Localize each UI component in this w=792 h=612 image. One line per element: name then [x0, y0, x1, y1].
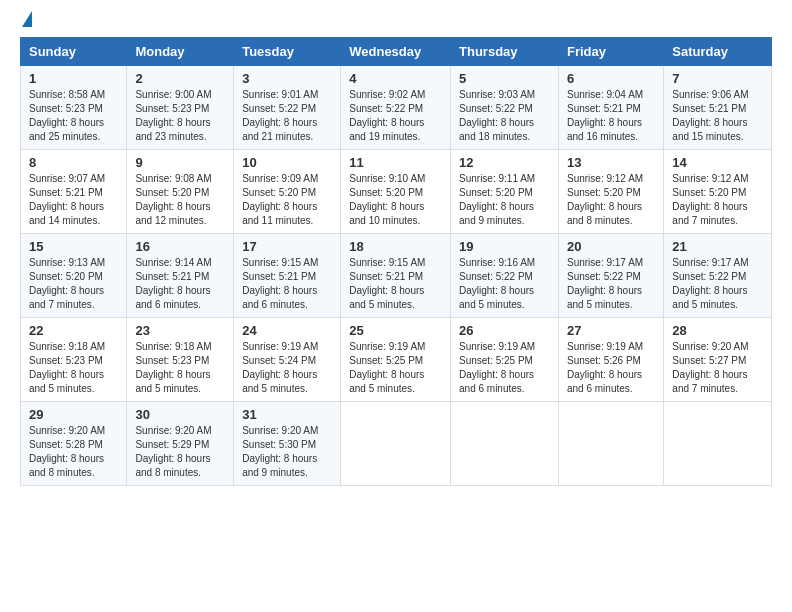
day-cell: 23Sunrise: 9:18 AMSunset: 5:23 PMDayligh… — [127, 318, 234, 402]
day-number: 22 — [29, 323, 118, 338]
day-info: Sunrise: 9:01 AMSunset: 5:22 PMDaylight:… — [242, 88, 332, 144]
day-info: Sunrise: 9:19 AMSunset: 5:24 PMDaylight:… — [242, 340, 332, 396]
day-number: 19 — [459, 239, 550, 254]
header-cell-wednesday: Wednesday — [341, 38, 451, 66]
week-row-3: 15Sunrise: 9:13 AMSunset: 5:20 PMDayligh… — [21, 234, 772, 318]
day-cell: 5Sunrise: 9:03 AMSunset: 5:22 PMDaylight… — [451, 66, 559, 150]
day-number: 2 — [135, 71, 225, 86]
day-info: Sunrise: 9:16 AMSunset: 5:22 PMDaylight:… — [459, 256, 550, 312]
day-number: 5 — [459, 71, 550, 86]
day-info: Sunrise: 9:03 AMSunset: 5:22 PMDaylight:… — [459, 88, 550, 144]
day-info: Sunrise: 9:11 AMSunset: 5:20 PMDaylight:… — [459, 172, 550, 228]
day-number: 28 — [672, 323, 763, 338]
day-cell: 16Sunrise: 9:14 AMSunset: 5:21 PMDayligh… — [127, 234, 234, 318]
day-number: 9 — [135, 155, 225, 170]
day-cell: 12Sunrise: 9:11 AMSunset: 5:20 PMDayligh… — [451, 150, 559, 234]
day-cell: 9Sunrise: 9:08 AMSunset: 5:20 PMDaylight… — [127, 150, 234, 234]
day-cell: 19Sunrise: 9:16 AMSunset: 5:22 PMDayligh… — [451, 234, 559, 318]
day-number: 8 — [29, 155, 118, 170]
header — [20, 15, 772, 27]
day-number: 27 — [567, 323, 655, 338]
day-cell: 18Sunrise: 9:15 AMSunset: 5:21 PMDayligh… — [341, 234, 451, 318]
day-cell — [558, 402, 663, 486]
day-info: Sunrise: 9:12 AMSunset: 5:20 PMDaylight:… — [672, 172, 763, 228]
day-info: Sunrise: 9:02 AMSunset: 5:22 PMDaylight:… — [349, 88, 442, 144]
week-row-2: 8Sunrise: 9:07 AMSunset: 5:21 PMDaylight… — [21, 150, 772, 234]
header-cell-sunday: Sunday — [21, 38, 127, 66]
day-info: Sunrise: 9:09 AMSunset: 5:20 PMDaylight:… — [242, 172, 332, 228]
day-cell: 8Sunrise: 9:07 AMSunset: 5:21 PMDaylight… — [21, 150, 127, 234]
day-info: Sunrise: 9:07 AMSunset: 5:21 PMDaylight:… — [29, 172, 118, 228]
week-row-4: 22Sunrise: 9:18 AMSunset: 5:23 PMDayligh… — [21, 318, 772, 402]
day-cell: 3Sunrise: 9:01 AMSunset: 5:22 PMDaylight… — [234, 66, 341, 150]
day-info: Sunrise: 9:08 AMSunset: 5:20 PMDaylight:… — [135, 172, 225, 228]
day-number: 25 — [349, 323, 442, 338]
day-cell: 20Sunrise: 9:17 AMSunset: 5:22 PMDayligh… — [558, 234, 663, 318]
day-info: Sunrise: 9:13 AMSunset: 5:20 PMDaylight:… — [29, 256, 118, 312]
day-number: 21 — [672, 239, 763, 254]
header-cell-tuesday: Tuesday — [234, 38, 341, 66]
day-number: 12 — [459, 155, 550, 170]
day-cell: 28Sunrise: 9:20 AMSunset: 5:27 PMDayligh… — [664, 318, 772, 402]
day-number: 15 — [29, 239, 118, 254]
logo — [20, 15, 32, 27]
day-number: 1 — [29, 71, 118, 86]
day-cell: 11Sunrise: 9:10 AMSunset: 5:20 PMDayligh… — [341, 150, 451, 234]
day-number: 7 — [672, 71, 763, 86]
day-info: Sunrise: 9:20 AMSunset: 5:27 PMDaylight:… — [672, 340, 763, 396]
day-cell: 22Sunrise: 9:18 AMSunset: 5:23 PMDayligh… — [21, 318, 127, 402]
day-cell: 4Sunrise: 9:02 AMSunset: 5:22 PMDaylight… — [341, 66, 451, 150]
day-info: Sunrise: 9:20 AMSunset: 5:29 PMDaylight:… — [135, 424, 225, 480]
day-number: 31 — [242, 407, 332, 422]
day-cell: 25Sunrise: 9:19 AMSunset: 5:25 PMDayligh… — [341, 318, 451, 402]
day-cell: 10Sunrise: 9:09 AMSunset: 5:20 PMDayligh… — [234, 150, 341, 234]
day-info: Sunrise: 9:18 AMSunset: 5:23 PMDaylight:… — [135, 340, 225, 396]
day-info: Sunrise: 9:15 AMSunset: 5:21 PMDaylight:… — [242, 256, 332, 312]
week-row-1: 1Sunrise: 8:58 AMSunset: 5:23 PMDaylight… — [21, 66, 772, 150]
day-info: Sunrise: 8:58 AMSunset: 5:23 PMDaylight:… — [29, 88, 118, 144]
day-number: 16 — [135, 239, 225, 254]
day-cell: 1Sunrise: 8:58 AMSunset: 5:23 PMDaylight… — [21, 66, 127, 150]
day-number: 4 — [349, 71, 442, 86]
day-cell: 7Sunrise: 9:06 AMSunset: 5:21 PMDaylight… — [664, 66, 772, 150]
day-number: 14 — [672, 155, 763, 170]
day-cell: 6Sunrise: 9:04 AMSunset: 5:21 PMDaylight… — [558, 66, 663, 150]
day-cell — [341, 402, 451, 486]
day-cell: 21Sunrise: 9:17 AMSunset: 5:22 PMDayligh… — [664, 234, 772, 318]
day-info: Sunrise: 9:00 AMSunset: 5:23 PMDaylight:… — [135, 88, 225, 144]
day-cell: 29Sunrise: 9:20 AMSunset: 5:28 PMDayligh… — [21, 402, 127, 486]
day-number: 10 — [242, 155, 332, 170]
day-info: Sunrise: 9:19 AMSunset: 5:25 PMDaylight:… — [459, 340, 550, 396]
day-cell: 14Sunrise: 9:12 AMSunset: 5:20 PMDayligh… — [664, 150, 772, 234]
header-cell-saturday: Saturday — [664, 38, 772, 66]
day-info: Sunrise: 9:19 AMSunset: 5:25 PMDaylight:… — [349, 340, 442, 396]
day-info: Sunrise: 9:18 AMSunset: 5:23 PMDaylight:… — [29, 340, 118, 396]
day-info: Sunrise: 9:04 AMSunset: 5:21 PMDaylight:… — [567, 88, 655, 144]
day-number: 3 — [242, 71, 332, 86]
day-cell: 31Sunrise: 9:20 AMSunset: 5:30 PMDayligh… — [234, 402, 341, 486]
day-cell: 26Sunrise: 9:19 AMSunset: 5:25 PMDayligh… — [451, 318, 559, 402]
day-cell: 2Sunrise: 9:00 AMSunset: 5:23 PMDaylight… — [127, 66, 234, 150]
day-info: Sunrise: 9:17 AMSunset: 5:22 PMDaylight:… — [567, 256, 655, 312]
calendar-table: SundayMondayTuesdayWednesdayThursdayFrid… — [20, 37, 772, 486]
day-cell — [451, 402, 559, 486]
header-row: SundayMondayTuesdayWednesdayThursdayFrid… — [21, 38, 772, 66]
day-number: 30 — [135, 407, 225, 422]
day-cell: 15Sunrise: 9:13 AMSunset: 5:20 PMDayligh… — [21, 234, 127, 318]
day-info: Sunrise: 9:10 AMSunset: 5:20 PMDaylight:… — [349, 172, 442, 228]
day-cell: 27Sunrise: 9:19 AMSunset: 5:26 PMDayligh… — [558, 318, 663, 402]
day-cell: 17Sunrise: 9:15 AMSunset: 5:21 PMDayligh… — [234, 234, 341, 318]
day-number: 29 — [29, 407, 118, 422]
day-number: 6 — [567, 71, 655, 86]
day-info: Sunrise: 9:20 AMSunset: 5:30 PMDaylight:… — [242, 424, 332, 480]
logo-triangle-icon — [22, 11, 32, 27]
day-info: Sunrise: 9:14 AMSunset: 5:21 PMDaylight:… — [135, 256, 225, 312]
day-number: 23 — [135, 323, 225, 338]
day-number: 13 — [567, 155, 655, 170]
day-number: 17 — [242, 239, 332, 254]
header-cell-friday: Friday — [558, 38, 663, 66]
day-info: Sunrise: 9:19 AMSunset: 5:26 PMDaylight:… — [567, 340, 655, 396]
day-info: Sunrise: 9:15 AMSunset: 5:21 PMDaylight:… — [349, 256, 442, 312]
day-cell — [664, 402, 772, 486]
day-number: 26 — [459, 323, 550, 338]
